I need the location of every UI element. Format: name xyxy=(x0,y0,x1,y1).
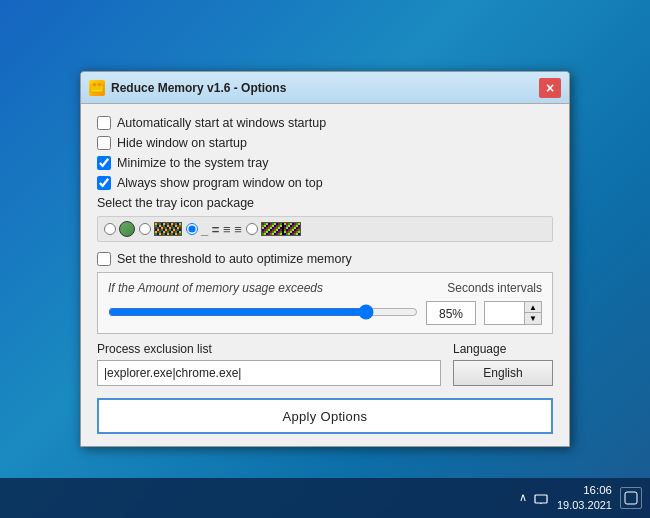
tray-icon-1 xyxy=(119,221,135,237)
taskbar-right: ∧ 16:06 19.03.2021 xyxy=(519,482,642,513)
always-top-label[interactable]: Always show program window on top xyxy=(117,176,323,190)
window-title: Reduce Memory v1.6 - Options xyxy=(111,81,286,95)
taskbar-clock: 16:06 19.03.2021 xyxy=(557,482,612,513)
language-label: Language xyxy=(453,342,553,356)
tray-radio-2[interactable] xyxy=(139,222,182,236)
tray-section-label: Select the tray icon package xyxy=(97,196,553,210)
process-input[interactable] xyxy=(97,360,441,386)
memory-slider[interactable] xyxy=(108,302,418,322)
minimize-tray-label[interactable]: Minimize to the system tray xyxy=(117,156,268,170)
process-section: Process exclusion list xyxy=(97,342,441,386)
spinner-down[interactable]: ▼ xyxy=(525,313,541,324)
threshold-inner: If the Amount of memory usage exceeds Se… xyxy=(97,272,553,334)
window-content: Automatically start at windows startup H… xyxy=(81,104,569,446)
always-top-checkbox[interactable] xyxy=(97,176,111,190)
taskbar: ∧ 16:06 19.03.2021 xyxy=(0,478,650,518)
tray-icons-row: _ = ≡ ≡ xyxy=(97,216,553,242)
threshold-checkbox-row: Set the threshold to auto optimize memor… xyxy=(97,252,553,266)
titlebar: Reduce Memory v1.6 - Options × xyxy=(81,72,569,104)
threshold-inner-label: If the Amount of memory usage exceeds xyxy=(108,281,323,295)
tray-icon-4 xyxy=(261,222,301,236)
tray-radio-input-3[interactable] xyxy=(186,223,198,235)
svg-rect-8 xyxy=(625,492,637,504)
seconds-spinner: 15 ▲ ▼ xyxy=(484,301,542,325)
auto-start-label[interactable]: Automatically start at windows startup xyxy=(117,116,326,130)
spinner-arrows: ▲ ▼ xyxy=(524,301,542,325)
taskbar-system-icons: ∧ xyxy=(519,490,549,506)
tray-radio-input-4[interactable] xyxy=(246,223,258,235)
language-section: Language English xyxy=(453,342,553,386)
tray-radio-4[interactable] xyxy=(246,222,301,236)
minimize-tray-checkbox[interactable] xyxy=(97,156,111,170)
apply-button[interactable]: Apply Options xyxy=(97,398,553,434)
threshold-section: Set the threshold to auto optimize memor… xyxy=(97,252,553,334)
hide-window-row: Hide window on startup xyxy=(97,136,553,150)
tray-radio-input-2[interactable] xyxy=(139,223,151,235)
threshold-checkbox[interactable] xyxy=(97,252,111,266)
minimize-tray-row: Minimize to the system tray xyxy=(97,156,553,170)
clock-date: 19.03.2021 xyxy=(557,498,612,513)
svg-rect-5 xyxy=(535,495,547,503)
hide-window-checkbox[interactable] xyxy=(97,136,111,150)
process-label: Process exclusion list xyxy=(97,342,441,356)
hide-window-label[interactable]: Hide window on startup xyxy=(117,136,247,150)
seconds-label: Seconds intervals xyxy=(447,281,542,295)
tray-radio-1[interactable] xyxy=(104,221,135,237)
options-window: Reduce Memory v1.6 - Options × Automatic… xyxy=(80,71,570,447)
separator-icons: _ = ≡ ≡ xyxy=(201,222,242,237)
threshold-label[interactable]: Set the threshold to auto optimize memor… xyxy=(117,252,352,266)
tray-icon-2 xyxy=(154,222,182,236)
tray-radio-input-1[interactable] xyxy=(104,223,116,235)
chevron-up-icon[interactable]: ∧ xyxy=(519,491,527,504)
language-button[interactable]: English xyxy=(453,360,553,386)
percent-box: 85% xyxy=(426,301,476,325)
svg-rect-0 xyxy=(91,85,103,92)
seconds-input[interactable]: 15 xyxy=(484,301,524,325)
slider-container xyxy=(108,302,418,325)
slider-row: 85% 15 ▲ ▼ xyxy=(108,301,542,325)
svg-rect-2 xyxy=(98,83,101,86)
proc-lang-row: Process exclusion list Language English xyxy=(97,342,553,386)
auto-start-checkbox[interactable] xyxy=(97,116,111,130)
titlebar-left: Reduce Memory v1.6 - Options xyxy=(89,80,286,96)
spinner-up[interactable]: ▲ xyxy=(525,302,541,313)
threshold-top-row: If the Amount of memory usage exceeds Se… xyxy=(108,281,542,295)
clock-time: 16:06 xyxy=(557,482,612,498)
close-button[interactable]: × xyxy=(539,78,561,98)
tray-radio-3[interactable]: _ = ≡ ≡ xyxy=(186,222,242,237)
svg-rect-1 xyxy=(93,83,96,86)
network-icon xyxy=(533,490,549,506)
notification-center-button[interactable] xyxy=(620,487,642,509)
app-icon xyxy=(89,80,105,96)
always-top-row: Always show program window on top xyxy=(97,176,553,190)
auto-start-row: Automatically start at windows startup xyxy=(97,116,553,130)
